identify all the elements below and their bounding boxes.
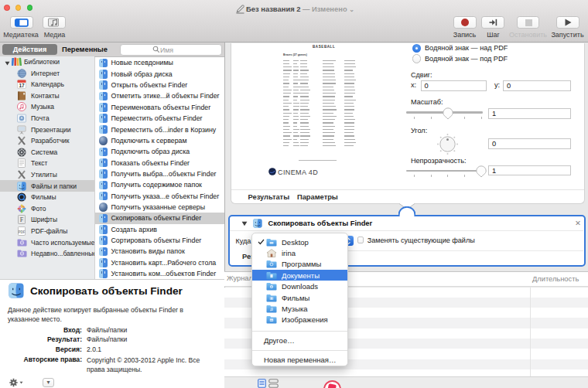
svg-text:F: F [20, 216, 24, 223]
svg-text:17: 17 [19, 83, 25, 88]
svg-text:PDF: PDF [19, 230, 26, 234]
